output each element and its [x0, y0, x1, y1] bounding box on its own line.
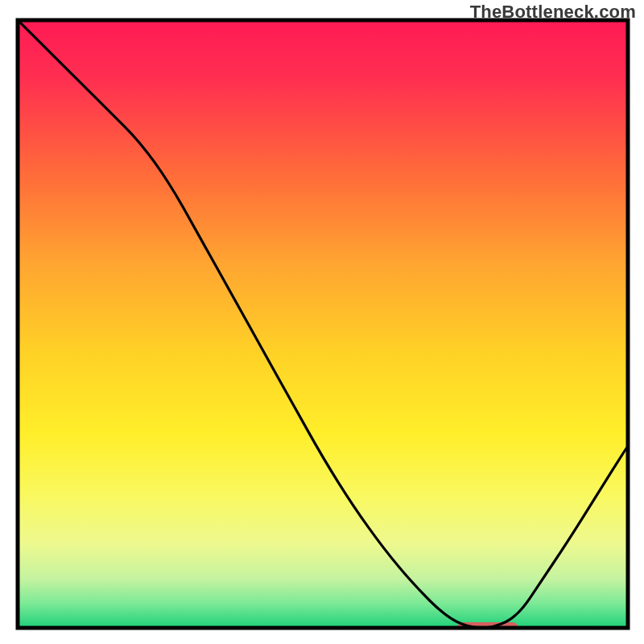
chart-stage: TheBottleneck.com [0, 0, 644, 644]
bottleneck-chart [0, 0, 644, 644]
